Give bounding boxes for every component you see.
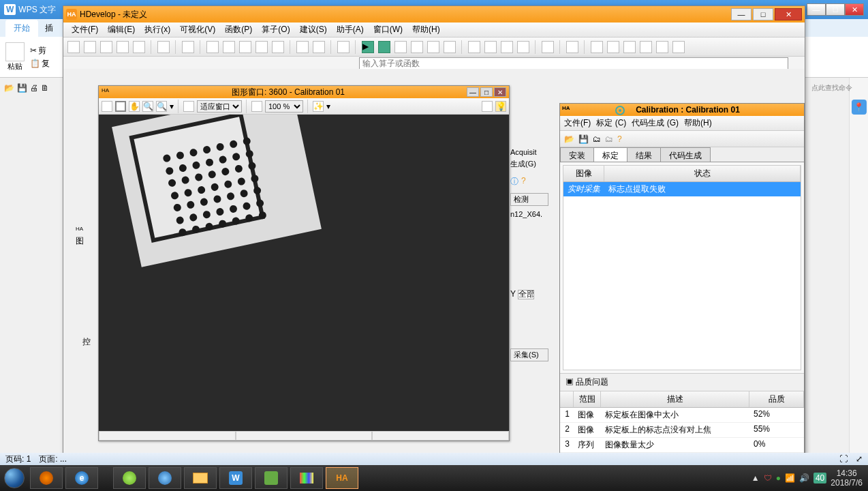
- wps-tab-insert[interactable]: 插: [40, 20, 59, 37]
- pan-icon[interactable]: ✋: [129, 101, 140, 112]
- gfx-minimize-button[interactable]: —: [467, 87, 479, 97]
- tray-icon[interactable]: ▲: [751, 473, 760, 483]
- tray-volume-icon[interactable]: 🔊: [799, 473, 809, 483]
- save-icon[interactable]: 💾: [578, 134, 589, 144]
- hd-menu-operators[interactable]: 算子(O): [258, 23, 294, 37]
- col-status[interactable]: 状态: [604, 166, 801, 181]
- step-into-icon[interactable]: [394, 41, 407, 53]
- cal-menu-calibrate[interactable]: 标定 (C): [596, 117, 626, 129]
- taskbar-ie[interactable]: e: [65, 467, 98, 489]
- run-icon[interactable]: ▶: [362, 41, 374, 53]
- help-icon[interactable]: ?: [617, 134, 622, 144]
- paste-icon[interactable]: [5, 42, 25, 61]
- wps-minimize-button[interactable]: —: [807, 3, 826, 16]
- line-profile-icon[interactable]: [623, 41, 636, 53]
- tray-clock[interactable]: 14:36 2018/7/6: [831, 468, 863, 488]
- pointer-icon[interactable]: [102, 101, 112, 112]
- cal-menu-help[interactable]: 帮助(H): [684, 117, 712, 129]
- redo-icon[interactable]: [272, 41, 284, 53]
- col-quality[interactable]: 品质: [749, 391, 804, 407]
- taskbar-wps[interactable]: W: [219, 467, 252, 489]
- tray-shield-icon[interactable]: 🛡: [764, 473, 772, 483]
- cal-tab-setup[interactable]: 安装: [560, 147, 594, 162]
- load-images-icon[interactable]: 🗂: [593, 134, 601, 144]
- save-icon[interactable]: [100, 41, 112, 53]
- hd-close-button[interactable]: ✕: [775, 8, 802, 20]
- open-icon[interactable]: 📂: [564, 134, 574, 144]
- tray-icon-2[interactable]: ●: [776, 473, 781, 483]
- hd-titlebar[interactable]: HA HDevelop - 未定义 — □ ✕: [63, 6, 805, 23]
- move-icon[interactable]: [115, 101, 126, 112]
- deactivate-icon[interactable]: [501, 41, 513, 53]
- taskbar-paint[interactable]: [290, 467, 323, 489]
- cal-menu-file[interactable]: 文件(F): [564, 117, 591, 129]
- step-over-icon[interactable]: [411, 41, 423, 53]
- taskbar-app-2[interactable]: [113, 467, 146, 489]
- print-icon[interactable]: [133, 41, 145, 53]
- info-icon[interactable]: ⓘ: [510, 176, 518, 188]
- taskbar-app-4[interactable]: [255, 467, 288, 489]
- quality-row[interactable]: 1图像标定板在图像中太小52%: [560, 408, 804, 423]
- hd-maximize-button[interactable]: □: [753, 8, 773, 20]
- wps-close-button[interactable]: ✕: [845, 3, 864, 16]
- browser-icon[interactable]: [337, 41, 350, 53]
- hd-menu-window[interactable]: 窗口(W): [369, 23, 407, 37]
- tray-badge[interactable]: 40: [813, 473, 826, 483]
- taskbar-app-1[interactable]: [30, 467, 63, 489]
- save-images-icon[interactable]: 🗂: [605, 134, 613, 144]
- zoom-select[interactable]: 100 %: [265, 100, 303, 113]
- taskbar-app-3[interactable]: [149, 467, 181, 489]
- cut-icon[interactable]: [206, 41, 219, 53]
- col-image[interactable]: 图像: [563, 166, 604, 181]
- export-icon[interactable]: [157, 41, 170, 53]
- print-icon[interactable]: 🖨: [30, 83, 38, 93]
- quality-row[interactable]: 2图像标定板上的标志点没有对上焦55%: [560, 423, 804, 438]
- quality-row[interactable]: 3序列图像数量太少0%: [560, 438, 804, 453]
- replace-icon[interactable]: [313, 41, 325, 53]
- breakpoint-icon[interactable]: [517, 41, 529, 53]
- open-icon[interactable]: [84, 41, 96, 53]
- fullscreen-icon[interactable]: ⛶: [839, 454, 848, 464]
- new-icon[interactable]: [67, 41, 80, 53]
- cal-tab-codegen[interactable]: 代码生成: [660, 147, 711, 162]
- hd-menu-suggest[interactable]: 建议(S): [296, 23, 331, 37]
- operator-input[interactable]: [359, 57, 788, 70]
- hd-menu-file[interactable]: 文件(F): [67, 23, 102, 37]
- wps-tab-start[interactable]: 开始: [5, 20, 38, 37]
- search-hint[interactable]: 点此查找命令: [811, 83, 852, 93]
- gfx-maximize-button[interactable]: □: [480, 87, 493, 97]
- refresh-icon[interactable]: [542, 41, 554, 53]
- activate-icon[interactable]: [484, 41, 497, 53]
- paste-icon[interactable]: [239, 41, 251, 53]
- step-icon[interactable]: [378, 41, 390, 53]
- hd-menu-help[interactable]: 帮助(H): [408, 23, 444, 37]
- gfx-close-button[interactable]: ✕: [494, 87, 506, 97]
- quality-header[interactable]: ▣ 品质问题: [560, 374, 804, 391]
- expand-icon[interactable]: ⤢: [856, 454, 863, 464]
- hd-minimize-button[interactable]: —: [731, 8, 751, 20]
- taskbar-explorer[interactable]: [184, 467, 217, 489]
- zoom-tool-icon[interactable]: 🔍: [156, 101, 167, 112]
- fullsize-icon[interactable]: [251, 101, 262, 112]
- copy-icon[interactable]: 📋: [30, 59, 40, 68]
- feature-hist-icon[interactable]: [607, 41, 619, 53]
- y-input[interactable]: [518, 290, 534, 299]
- location-icon[interactable]: 📍: [852, 100, 867, 115]
- assistant-icon[interactable]: [182, 41, 194, 53]
- hd-menu-execute[interactable]: 执行(x): [140, 23, 174, 37]
- ocr-assist-icon[interactable]: [566, 41, 578, 53]
- save-icon[interactable]: 💾: [17, 83, 27, 93]
- image-row-selected[interactable]: 实时采集 标志点提取失败: [563, 182, 801, 196]
- folder-open-icon[interactable]: 📂: [4, 83, 14, 93]
- hd-menu-edit[interactable]: 编辑(E): [104, 23, 139, 37]
- feature-insp-icon[interactable]: [672, 41, 685, 53]
- hd-menu-procedures[interactable]: 函数(P): [221, 23, 256, 37]
- zoom-icon[interactable]: [640, 41, 652, 53]
- print-preview-icon[interactable]: 🗎: [41, 83, 49, 93]
- lightbulb-icon[interactable]: 💡: [495, 101, 506, 112]
- gfx-scrollbar[interactable]: [99, 431, 509, 441]
- cut-icon[interactable]: ✂: [30, 46, 37, 55]
- detect-button[interactable]: 检测: [510, 193, 548, 206]
- cal-tab-calibrate[interactable]: 标定: [593, 147, 627, 162]
- col-scope[interactable]: 范围: [574, 391, 601, 407]
